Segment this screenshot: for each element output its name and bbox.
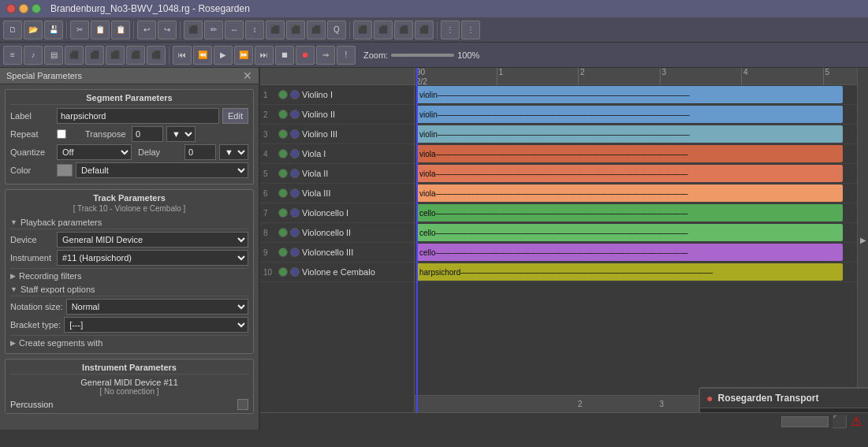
undo-button[interactable]: ↩	[137, 20, 156, 39]
tb-perc-button[interactable]: ⬛	[85, 46, 104, 65]
track-led-2b[interactable]	[290, 110, 300, 119]
loop-button[interactable]: ⇒	[316, 46, 335, 65]
delay-select[interactable]: ▼	[219, 144, 248, 160]
open-button[interactable]: 📂	[24, 20, 43, 39]
settings-button[interactable]: ⋮	[461, 20, 480, 39]
segment-3[interactable]: violin————————————————————————————————	[416, 125, 843, 143]
track-led-9b[interactable]	[290, 248, 300, 257]
stop-button[interactable]: ⏹	[275, 46, 294, 65]
tool10-button[interactable]: ⬛	[374, 20, 393, 39]
fast-forward-button[interactable]: ⏩	[234, 46, 253, 65]
transpose-input[interactable]	[132, 126, 163, 142]
segment-6[interactable]: viola————————————————————————————————	[416, 184, 843, 202]
tool9-button[interactable]: ⬛	[353, 20, 372, 39]
track-led-8a[interactable]	[278, 228, 288, 237]
device-select[interactable]: General MIDI Device	[57, 232, 248, 248]
bracket-type-select[interactable]: [---]	[64, 317, 248, 333]
track-led-3a[interactable]	[278, 129, 288, 139]
track-led-5b[interactable]	[290, 169, 300, 178]
tool4-button[interactable]: ↕	[245, 20, 264, 39]
segment-9[interactable]: cello————————————————————————————————	[416, 244, 843, 261]
create-segments-header[interactable]: ▶ Create segments with	[10, 335, 248, 350]
track-led-9a[interactable]	[278, 248, 288, 257]
tb-chord-button[interactable]: ⬛	[147, 46, 166, 65]
tb-track-button[interactable]: ≡	[3, 46, 22, 65]
end-button[interactable]: ⏭	[255, 46, 274, 65]
zoom-slider[interactable]	[391, 54, 454, 57]
play-button[interactable]: ▶	[214, 46, 233, 65]
track-led-1b[interactable]	[290, 90, 300, 99]
segment-8[interactable]: cello————————————————————————————————	[416, 224, 843, 241]
segment-10[interactable]: harpsichord—————————————————————————————…	[416, 263, 843, 281]
tb-piano-button[interactable]: ⬛	[106, 46, 125, 65]
segment-7[interactable]: cello————————————————————————————————	[416, 204, 843, 222]
track-led-6a[interactable]	[278, 188, 288, 198]
track-led-3b[interactable]	[290, 129, 300, 139]
transpose-select[interactable]: ▼	[166, 126, 196, 142]
tool8-button[interactable]: Q	[327, 20, 346, 39]
segment-4[interactable]: viola————————————————————————————————	[416, 145, 843, 162]
track-led-8b[interactable]	[290, 228, 300, 237]
playback-header[interactable]: ▼ Playback parameters	[10, 216, 248, 229]
cut-button[interactable]: ✂	[70, 20, 89, 39]
ruler-mark-5: 5	[823, 68, 830, 85]
rewind-start-button[interactable]: ⏮	[173, 46, 192, 65]
color-swatch[interactable]	[57, 164, 73, 177]
track-led-10a[interactable]	[278, 267, 288, 277]
percussion-checkbox[interactable]	[237, 399, 248, 410]
copy-button[interactable]: 📋	[91, 20, 110, 39]
quantize-select[interactable]: Off	[57, 144, 132, 160]
tool12-button[interactable]: ⬛	[415, 20, 434, 39]
repeat-checkbox[interactable]	[57, 129, 66, 139]
tool6-button[interactable]: ⬛	[286, 20, 305, 39]
track-led-7b[interactable]	[290, 208, 300, 218]
tb-arp-button[interactable]: ⬛	[126, 46, 145, 65]
track-led-4b[interactable]	[290, 149, 300, 158]
transport-close-button[interactable]: ●	[706, 392, 713, 404]
edit-button[interactable]: Edit	[222, 108, 248, 124]
track-led-2a[interactable]	[278, 110, 288, 119]
segment-1[interactable]: violin————————————————————————————————	[416, 86, 843, 103]
segment-2[interactable]: violin————————————————————————————————	[416, 106, 843, 123]
maximize-button[interactable]	[32, 4, 41, 13]
transport-body: ⏮ ⏪ -00:00:02 00:00 ⏮ ▶⏸	[700, 408, 868, 412]
redo-button[interactable]: ↪	[158, 20, 177, 39]
record-button[interactable]: ⏺	[296, 46, 315, 65]
punch-button[interactable]: !	[337, 46, 356, 65]
save-button[interactable]: 💾	[44, 20, 63, 39]
track-led-1a[interactable]	[278, 90, 288, 99]
track-led-5a[interactable]	[278, 169, 288, 178]
staff-export-arrow: ▼	[10, 285, 17, 293]
tb-list-button[interactable]: ▤	[44, 46, 63, 65]
new-button[interactable]: 🗋	[3, 20, 22, 39]
instrument-select[interactable]: #11 (Harpsichord)	[57, 250, 248, 266]
tool5-button[interactable]: ⬛	[266, 20, 285, 39]
track-led-4a[interactable]	[278, 149, 288, 158]
delay-input[interactable]	[184, 144, 216, 160]
track-led-6b[interactable]	[290, 188, 300, 198]
label-input[interactable]	[57, 108, 219, 124]
tool2-button[interactable]: ✏	[204, 20, 223, 39]
special-parameters-close[interactable]: ✕	[243, 69, 252, 82]
minimize-button[interactable]	[19, 4, 28, 13]
scroll-right-button[interactable]: ▶	[857, 68, 868, 412]
paste-button[interactable]: 📋	[111, 20, 130, 39]
recording-filters-header[interactable]: ▶ Recording filters	[10, 268, 248, 283]
notation-size-select[interactable]: Normal	[66, 299, 248, 315]
tool11-button[interactable]: ⬛	[394, 20, 413, 39]
segment-5[interactable]: viola————————————————————————————————	[416, 165, 843, 182]
quantize-label: Quantize	[10, 147, 54, 157]
tb-note-button[interactable]: ♪	[24, 46, 43, 65]
quantize-row: Quantize Off Delay ▼	[10, 144, 248, 160]
tool1-button[interactable]: ⬛	[184, 20, 203, 39]
track-led-7a[interactable]	[278, 208, 288, 218]
tb-midi-button[interactable]: ⬛	[65, 46, 84, 65]
rewind-button[interactable]: ⏪	[193, 46, 212, 65]
close-button[interactable]	[6, 4, 16, 13]
more-button[interactable]: ⋮	[441, 20, 460, 39]
tool3-button[interactable]: ↔	[225, 20, 244, 39]
color-select[interactable]: Default	[76, 162, 248, 178]
tool7-button[interactable]: ⬛	[307, 20, 326, 39]
track-led-10b[interactable]	[290, 267, 300, 277]
staff-export-header[interactable]: ▼ Staff export options	[10, 283, 248, 296]
